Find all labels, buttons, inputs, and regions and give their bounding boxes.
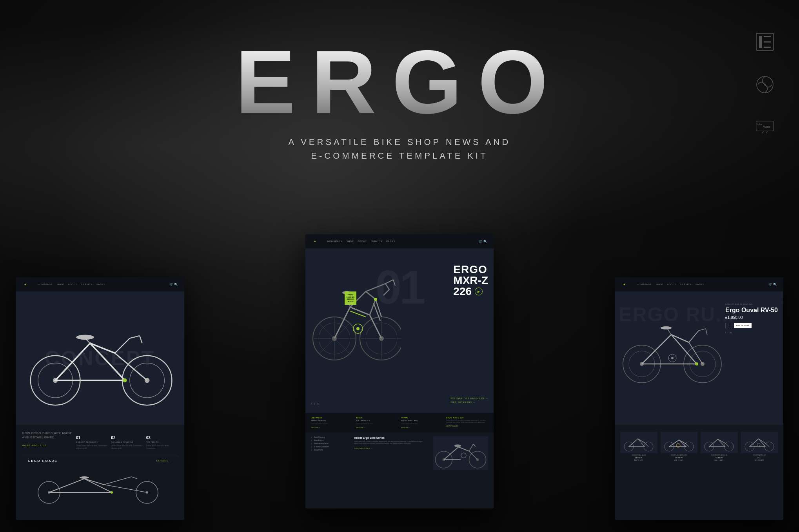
screenshots-area: ✦ HOMEPAGE SHOP ABOUT SERVICE PAGES 🛒 🔍 …	[0, 226, 799, 532]
right-logo: ✦	[621, 281, 627, 288]
right-product-price-3: £2,450.00	[715, 457, 723, 459]
right-product-3: R-WORKS STUNS SC-51 £2,450.00 ADD TO CAR…	[701, 432, 738, 461]
right-product-cart-3[interactable]: ADD TO CART	[715, 460, 724, 461]
svg-point-112	[757, 443, 760, 446]
svg-line-47	[385, 280, 393, 284]
facebook-icon[interactable]: f	[311, 402, 312, 405]
svg-line-78	[689, 342, 703, 364]
center-spec-groupset: GROUPSET Shimano Tiagra 4110 Lorem ipsum…	[311, 417, 353, 429]
center-nav: ✦ HOMEPAGE SHOP ABOUT SERVICE PAGES 🛒 🔍	[305, 234, 494, 248]
right-product-price-4: £3,...	[757, 457, 761, 459]
center-hero-title: ERGO MXR-Z 226 ▶	[453, 264, 488, 297]
right-product-img-3	[701, 432, 738, 453]
svg-rect-2	[764, 36, 771, 37]
right-product-info: CONCEPT BIKE BY ERGO INC. Ergo Ouval RV-…	[725, 303, 778, 334]
right-hero: ERGO RU...	[615, 291, 783, 425]
right-product-name-2: ERGO-FUEL CARBON FE	[671, 454, 687, 456]
product-bike-3	[703, 433, 735, 452]
feature-guarantee: 5 Years Guarantee	[311, 446, 347, 448]
right-linkedin-icon[interactable]: in	[730, 331, 732, 334]
center-find-retailers-btn[interactable]: FIND RETAILERS →	[450, 401, 488, 404]
center-about-left: Free Shipping Free Return International …	[311, 436, 347, 470]
right-product-img-1	[620, 432, 657, 453]
center-sticker: FRANCERGO MX-SERIES 1ALLOY	[345, 291, 356, 305]
center-social: f t in	[311, 402, 319, 405]
left-bottom-bike	[25, 473, 174, 504]
left-nav-pages: PAGES	[96, 283, 105, 286]
center-discover-link[interactable]: DISCOVERY BIKE →	[354, 447, 426, 449]
left-nav: ✦ HOMEPAGE SHOP ABOUT SERVICE PAGES 🛒 🔍	[16, 277, 184, 291]
right-product-name-4: ERGO TRAX TEL 3.0	[753, 454, 766, 456]
svg-line-91	[645, 443, 648, 447]
right-product-price-2: £5,950.00	[676, 457, 683, 459]
right-product-name-3: R-WORKS STUNS SC-51	[711, 454, 727, 456]
center-tires-link[interactable]: EXPLORE →	[356, 427, 398, 429]
left-road-title: ERGO ROADS	[28, 459, 58, 463]
right-product-title: Ergo Ouval RV-50	[725, 307, 778, 314]
right-product-2: ERGO-FUEL CARBON FE £5,950.00 ADD TO CAR…	[661, 432, 698, 461]
right-twitter-icon[interactable]: t	[728, 331, 728, 334]
center-about-bike-container	[433, 436, 488, 470]
left-step-1: 01 EXPERT RESEARCH Lorem ipsum dolor sit…	[76, 436, 108, 450]
svg-rect-4	[764, 47, 771, 48]
feature-return: Free Return	[311, 440, 347, 442]
center-bike-image	[311, 260, 401, 370]
left-road-section: ERGO ROADS EXPLORE →	[22, 455, 178, 467]
product-bike-1	[623, 433, 654, 452]
right-product-4: ERGO TRAX TEL 3.0 £3,... ADD TO CART	[741, 432, 778, 461]
center-groupset-link[interactable]: EXPLORE →	[311, 427, 353, 429]
center-spec-info: ERGO MXR-Z 226 Lorem ipsum dolor sit ame…	[446, 417, 488, 429]
svg-point-56	[374, 298, 377, 301]
svg-line-82	[667, 329, 671, 335]
screenshot-right: ✦ HOMEPAGE SHOP ABOUT SERVICE PAGES 🛒 🔍 …	[615, 277, 783, 520]
left-road-explore[interactable]: EXPLORE →	[156, 460, 172, 462]
twitter-icon[interactable]: t	[314, 402, 315, 405]
right-product-price-1: £1,610.00	[635, 457, 642, 459]
right-product-cart-1[interactable]: ADD TO CART	[634, 460, 643, 461]
center-spec-tires: TIRES MTB Trailboss 3V-4 Lorem ipsum dol…	[356, 417, 398, 429]
svg-line-81	[706, 329, 707, 335]
screenshot-center: ✦ HOMEPAGE SHOP ABOUT SERVICE PAGES 🛒 🔍 …	[305, 234, 494, 508]
center-about-text: Lorem ipsum dolor sit amet, consectetur …	[354, 441, 426, 445]
center-frame-link[interactable]: EXPLORE →	[401, 427, 443, 429]
svg-point-84	[695, 362, 698, 366]
right-add-to-cart[interactable]: ADD TO CART	[734, 323, 752, 328]
right-hero-subtitle: CONCEPT BIKE BY ERGO INC.	[725, 303, 778, 305]
center-about-bike	[433, 436, 488, 470]
left-nav-service: SERVICE	[81, 283, 93, 286]
left-logo: ✦	[22, 281, 28, 288]
feature-parts: Easy Parts	[311, 449, 347, 451]
right-facebook-icon[interactable]: f	[725, 331, 726, 334]
svg-point-86	[671, 357, 674, 359]
svg-line-32	[131, 477, 137, 479]
center-play-button[interactable]: ▶	[475, 288, 483, 295]
center-view-product-link[interactable]: VIEW PRODUCT	[446, 425, 488, 427]
right-product-cart-4[interactable]: ADD TO CART	[755, 460, 764, 461]
right-product-price: £1,850.00	[725, 315, 778, 320]
left-more-link[interactable]: MORE ABOUT US	[22, 444, 73, 447]
instagram-icon[interactable]: in	[317, 402, 319, 405]
svg-line-31	[104, 477, 131, 485]
right-qty-input[interactable]: 1	[725, 323, 732, 328]
right-product-cart-2[interactable]: ADD TO CART	[674, 460, 683, 461]
svg-line-80	[699, 329, 706, 331]
svg-point-54	[356, 327, 360, 330]
center-hero-brand: ERGO	[453, 264, 488, 275]
svg-line-48	[393, 280, 395, 286]
feature-shipping: Free Shipping	[311, 436, 347, 438]
center-explore-btn[interactable]: EXPLORE THIS ERGO BIKE →	[450, 397, 488, 400]
right-social-links: f t in	[725, 331, 778, 334]
right-nav-links: HOMEPAGE SHOP ABOUT SERVICE PAGES	[637, 283, 705, 286]
left-nav-home: HOMEPAGE	[38, 283, 53, 286]
center-specs: GROUPSET Shimano Tiagra 4110 Lorem ipsum…	[305, 413, 494, 432]
side-icons: Woo	[754, 31, 775, 138]
elementor-icon	[754, 31, 775, 52]
svg-marker-105	[709, 439, 725, 447]
center-about-title: About Ergo Bike Series	[354, 436, 426, 439]
left-nav-shop: SHOP	[56, 283, 64, 286]
svg-point-69	[461, 453, 466, 458]
right-product-name-1: GENIUS TRAIL JA-100	[632, 454, 646, 456]
brand-title: ERGO	[235, 37, 563, 127]
svg-line-79	[689, 331, 699, 342]
svg-marker-28	[49, 479, 112, 492]
